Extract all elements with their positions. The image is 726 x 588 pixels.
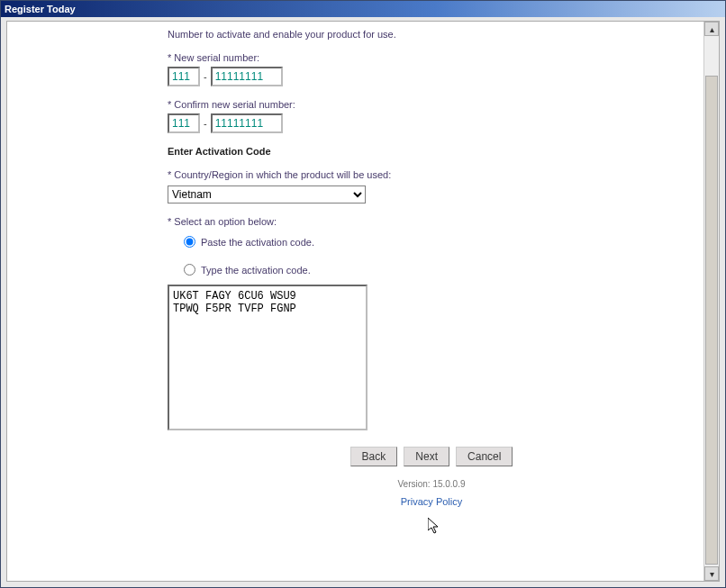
- privacy-policy-link[interactable]: Privacy Policy: [401, 496, 462, 507]
- scroll-down-button[interactable]: ▾: [704, 566, 719, 581]
- cancel-button[interactable]: Cancel: [456, 447, 513, 466]
- radio-paste-row[interactable]: Paste the activation code.: [184, 236, 695, 248]
- new-serial-row: -: [168, 67, 695, 86]
- content-wrap: Number to activate and enable your produ…: [160, 22, 719, 581]
- serial-dash: -: [204, 71, 207, 82]
- button-row: Back Next Cancel: [168, 447, 695, 466]
- left-spacer: [7, 22, 160, 581]
- chevron-up-icon: ▴: [710, 24, 714, 34]
- content: Number to activate and enable your produ…: [160, 22, 704, 581]
- radio-paste-label: Paste the activation code.: [201, 237, 314, 248]
- privacy-policy-row: Privacy Policy: [168, 496, 695, 507]
- back-button[interactable]: Back: [350, 447, 398, 466]
- vertical-scrollbar[interactable]: ▴ ▾: [703, 22, 719, 581]
- intro-text: Number to activate and enable your produ…: [168, 29, 695, 40]
- select-option-label: * Select an option below:: [168, 216, 695, 227]
- new-serial-part-a[interactable]: [168, 67, 200, 86]
- serial-dash: -: [204, 118, 207, 129]
- country-select[interactable]: Vietnam: [168, 185, 366, 204]
- scroll-thumb[interactable]: [705, 76, 718, 565]
- country-select-row: Vietnam: [168, 185, 695, 204]
- window-title: Register Today: [5, 4, 76, 14]
- radio-type-row[interactable]: Type the activation code.: [184, 264, 695, 276]
- radio-paste[interactable]: [184, 236, 195, 248]
- confirm-serial-label: * Confirm new serial number:: [168, 99, 695, 110]
- new-serial-label: * New serial number:: [168, 52, 695, 63]
- confirm-serial-part-a[interactable]: [168, 113, 200, 133]
- radio-type[interactable]: [184, 264, 195, 276]
- new-serial-part-b[interactable]: [211, 67, 283, 86]
- activation-section-title: Enter Activation Code: [168, 146, 695, 157]
- chevron-down-icon: ▾: [710, 569, 714, 579]
- confirm-serial-row: -: [168, 113, 695, 133]
- client-area: Number to activate and enable your produ…: [6, 21, 720, 582]
- confirm-serial-part-b[interactable]: [211, 113, 283, 133]
- scroll-up-button[interactable]: ▴: [704, 22, 719, 36]
- next-button[interactable]: Next: [404, 447, 449, 466]
- registration-window: Register Today Number to activate and en…: [0, 0, 726, 588]
- country-label: * Country/Region in which the product wi…: [168, 169, 695, 180]
- activation-code-textarea[interactable]: [168, 285, 368, 430]
- titlebar: Register Today: [1, 1, 725, 17]
- radio-type-label: Type the activation code.: [201, 265, 311, 276]
- version-text: Version: 15.0.0.9: [168, 479, 695, 489]
